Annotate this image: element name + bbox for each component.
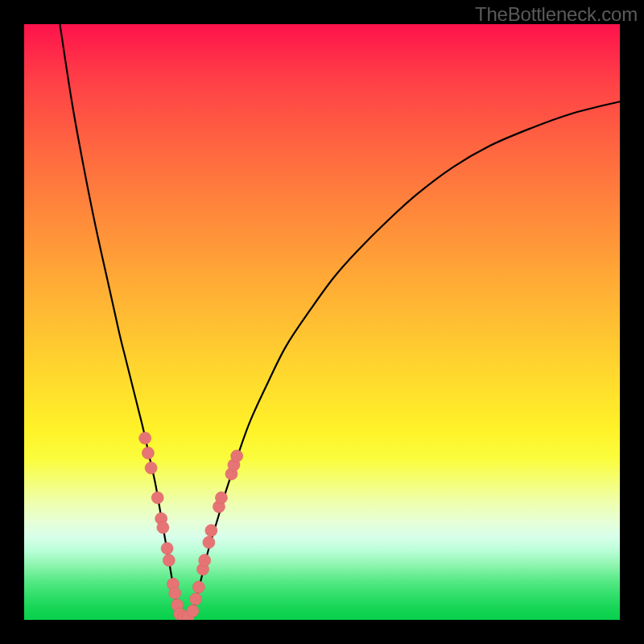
watermark-text: TheBottleneck.com [475, 3, 638, 26]
curve-right-branch [191, 101, 620, 616]
data-marker [187, 605, 199, 617]
data-marker [231, 450, 243, 462]
data-marker [215, 492, 227, 504]
data-marker [142, 447, 154, 459]
data-marker [163, 555, 175, 567]
data-marker [139, 432, 151, 444]
chart-frame: TheBottleneck.com [0, 0, 644, 644]
data-marker [151, 492, 163, 504]
data-marker [199, 555, 211, 567]
data-marker [157, 522, 169, 534]
data-marker [192, 581, 204, 593]
data-marker [169, 587, 181, 599]
data-marker [203, 536, 215, 548]
data-markers [139, 432, 243, 620]
data-marker [205, 525, 217, 537]
data-marker [145, 462, 157, 474]
chart-svg [24, 24, 620, 620]
data-marker [190, 593, 202, 605]
plot-area [24, 24, 620, 620]
data-marker [161, 543, 173, 555]
